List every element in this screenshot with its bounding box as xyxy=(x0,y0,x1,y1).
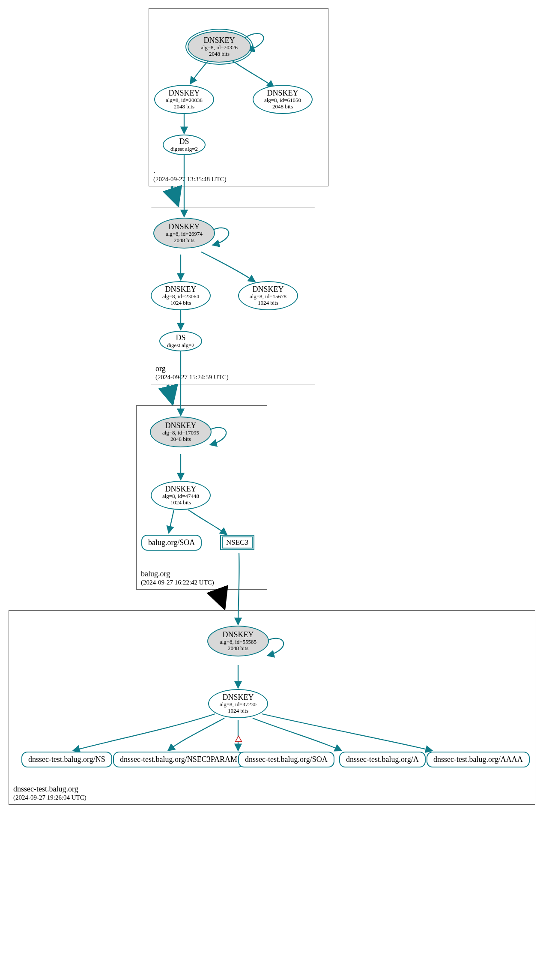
node-org-zsk1-l1: alg=8, id=23064 xyxy=(162,294,199,300)
node-root-ds-l1: digest alg=2 xyxy=(170,146,198,153)
zone-test-label: dnssec-test.balug.org (2024-09-27 19:26:… xyxy=(13,784,87,802)
node-test-n3p-label: dnssec-test.balug.org/NSEC3PARAM xyxy=(120,755,237,764)
node-org-zsk1-title: DNSKEY xyxy=(165,285,196,294)
node-root-zsk1-l1: alg=8, id=20038 xyxy=(166,97,203,104)
zone-balug-ts: (2024-09-27 16:22:42 UTC) xyxy=(141,578,214,587)
node-org-zsk2-l1: alg=8, id=15678 xyxy=(250,294,286,300)
node-test-zsk-title: DNSKEY xyxy=(222,693,254,702)
zone-test: dnssec-test.balug.org (2024-09-27 19:26:… xyxy=(9,610,535,805)
node-org-zsk1-l2: 1024 bits xyxy=(170,300,191,306)
node-root-ksk-title: DNSKEY xyxy=(203,36,235,45)
node-test-ksk-title: DNSKEY xyxy=(222,630,254,639)
node-test-a: dnssec-test.balug.org/A xyxy=(339,752,426,767)
zone-balug-label: balug.org (2024-09-27 16:22:42 UTC) xyxy=(141,569,214,587)
node-root-ksk: DNSKEY alg=8, id=20326 2048 bits xyxy=(188,31,251,63)
node-test-aaaa: dnssec-test.balug.org/AAAA xyxy=(427,752,530,767)
node-balug-zsk: DNSKEY alg=8, id=47448 1024 bits xyxy=(151,481,211,510)
node-org-ksk: DNSKEY alg=8, id=26974 2048 bits xyxy=(153,218,215,249)
node-balug-ksk-title: DNSKEY xyxy=(165,421,196,430)
dnssec-chain-diagram: . (2024-09-27 13:35:48 UTC) org (2024-09… xyxy=(0,0,543,980)
node-root-zsk2-l1: alg=8, id=61050 xyxy=(264,97,301,104)
zone-balug-name: balug.org xyxy=(141,569,170,578)
node-balug-soa: balug.org/SOA xyxy=(141,535,202,551)
node-org-ksk-l1: alg=8, id=26974 xyxy=(166,231,203,237)
node-org-ds-title: DS xyxy=(176,333,185,342)
node-root-zsk1-l2: 2048 bits xyxy=(174,104,194,110)
node-balug-zsk-title: DNSKEY xyxy=(165,485,196,494)
node-root-zsk2-l2: 2048 bits xyxy=(272,104,293,110)
node-org-zsk2: DNSKEY alg=8, id=15678 1024 bits xyxy=(238,281,298,310)
node-org-ksk-title: DNSKEY xyxy=(168,222,200,231)
node-test-zsk: DNSKEY alg=8, id=47230 1024 bits xyxy=(208,689,268,718)
node-root-zsk1: DNSKEY alg=8, id=20038 2048 bits xyxy=(154,85,214,114)
node-test-ksk-l2: 2048 bits xyxy=(228,645,248,652)
node-test-soa-label: dnssec-test.balug.org/SOA xyxy=(245,755,328,764)
zone-root-label: . (2024-09-27 13:35:48 UTC) xyxy=(153,166,227,183)
zone-org-ts: (2024-09-27 15:24:59 UTC) xyxy=(155,373,229,381)
zone-test-name: dnssec-test.balug.org xyxy=(13,785,78,793)
node-org-ds: DS digest alg=2 xyxy=(159,331,202,351)
node-balug-ksk: DNSKEY alg=8, id=17095 2048 bits xyxy=(150,417,212,447)
node-root-zsk2: DNSKEY alg=8, id=61050 2048 bits xyxy=(253,85,313,114)
node-root-ds: DS digest alg=2 xyxy=(163,135,206,155)
node-root-zsk2-title: DNSKEY xyxy=(267,89,298,98)
node-org-ds-l1: digest alg=2 xyxy=(167,342,194,349)
node-balug-ksk-l2: 2048 bits xyxy=(170,436,191,443)
node-test-ksk-l1: alg=8, id=55585 xyxy=(220,639,257,645)
node-balug-zsk-l2: 1024 bits xyxy=(170,500,191,506)
zone-org-name: org xyxy=(155,364,166,373)
node-test-ns-label: dnssec-test.balug.org/NS xyxy=(28,755,105,764)
node-test-zsk-l1: alg=8, id=47230 xyxy=(220,701,257,708)
zone-test-ts: (2024-09-27 19:26:04 UTC) xyxy=(13,794,87,802)
zone-root-name: . xyxy=(153,166,155,175)
node-balug-nsec3: NSEC3 xyxy=(222,536,253,548)
node-test-soa: dnssec-test.balug.org/SOA xyxy=(238,752,334,767)
node-test-zsk-l2: 1024 bits xyxy=(228,708,248,714)
node-org-ksk-l2: 2048 bits xyxy=(174,237,194,244)
node-org-zsk1: DNSKEY alg=8, id=23064 1024 bits xyxy=(151,281,211,310)
node-balug-soa-label: balug.org/SOA xyxy=(148,538,195,547)
node-test-n3p: dnssec-test.balug.org/NSEC3PARAM xyxy=(113,752,244,767)
node-org-zsk2-l2: 1024 bits xyxy=(258,300,278,306)
zone-org-label: org (2024-09-27 15:24:59 UTC) xyxy=(155,364,229,381)
node-balug-ksk-l1: alg=8, id=17095 xyxy=(162,430,199,436)
node-org-zsk2-title: DNSKEY xyxy=(252,285,283,294)
node-test-ksk: DNSKEY alg=8, id=55585 2048 bits xyxy=(207,626,269,656)
node-test-a-label: dnssec-test.balug.org/A xyxy=(346,755,419,764)
node-root-ds-title: DS xyxy=(179,137,189,146)
node-test-ns: dnssec-test.balug.org/NS xyxy=(21,752,112,767)
node-root-ksk-l1: alg=8, id=20326 xyxy=(201,45,238,51)
node-balug-nsec3-label: NSEC3 xyxy=(226,538,248,547)
warning-icon: ! xyxy=(235,735,242,742)
node-test-aaaa-label: dnssec-test.balug.org/AAAA xyxy=(433,755,523,764)
zone-root-ts: (2024-09-27 13:35:48 UTC) xyxy=(153,175,227,183)
node-root-zsk1-title: DNSKEY xyxy=(168,89,200,98)
node-balug-zsk-l1: alg=8, id=47448 xyxy=(162,493,199,500)
node-root-ksk-l2: 2048 bits xyxy=(209,51,230,57)
